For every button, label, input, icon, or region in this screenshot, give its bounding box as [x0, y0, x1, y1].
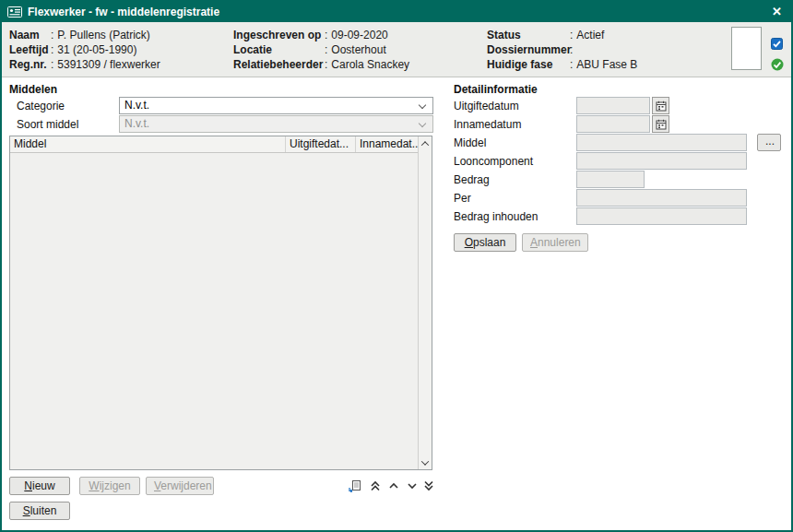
middel-label: Middel — [454, 136, 486, 149]
categorie-select[interactable]: N.v.t. — [119, 97, 433, 114]
annuleren-button[interactable]: Annuleren — [522, 233, 588, 252]
naam-label: Naam — [9, 28, 51, 42]
person-info-col2: Ingeschreven op:09-09-2020 Locatie:Ooste… — [233, 28, 409, 72]
looncomponent-input[interactable] — [576, 152, 747, 170]
soort-middel-select[interactable]: N.v.t. — [119, 115, 433, 133]
locatie-value: Oosterhout — [331, 43, 385, 56]
middelen-section-title: Middelen — [9, 83, 57, 96]
per-input[interactable] — [576, 189, 747, 207]
relatiebeheerder-value: Carola Snackey — [331, 58, 409, 71]
vertical-scrollbar[interactable] — [418, 136, 432, 469]
bedrag-label: Bedrag — [454, 173, 490, 186]
soort-middel-label: Soort middel — [17, 118, 78, 131]
ingeschreven-value: 09-09-2020 — [331, 29, 387, 41]
bedrag-inhouden-label: Bedrag inhouden — [454, 210, 538, 223]
move-down-icon[interactable] — [405, 479, 420, 493]
dossiernummer-label: Dossiernummer — [487, 42, 570, 57]
ingeschreven-label: Ingeschreven op — [233, 28, 325, 42]
uitgiftedatum-label: Uitgiftedatum — [454, 100, 519, 112]
col-innamedatum[interactable]: Innamedat... — [356, 136, 418, 152]
middel-input[interactable] — [576, 134, 747, 151]
copy-icon[interactable] — [348, 479, 362, 493]
innamedatum-input[interactable] — [576, 115, 650, 133]
sluiten-button[interactable]: Sluiten — [9, 502, 70, 520]
opslaan-button[interactable]: Opslaan — [454, 233, 516, 252]
flexwerker-card-icon — [7, 6, 22, 18]
chevron-down-icon — [419, 120, 426, 127]
middelen-table-body — [10, 154, 418, 469]
regnr-value: 5391309 / flexwerker — [57, 58, 160, 71]
wijzigen-button[interactable]: Wijzigen — [79, 477, 140, 495]
per-label: Per — [454, 192, 471, 205]
status-value: Actief — [576, 29, 604, 41]
locatie-label: Locatie — [233, 42, 325, 57]
chevron-down-icon — [419, 101, 426, 109]
categorie-selected-value: N.v.t. — [124, 99, 149, 112]
uitgiftedatum-input[interactable] — [576, 97, 650, 114]
relatiebeheerder-label: Relatiebeheerder — [233, 57, 325, 72]
innamedatum-calendar-icon[interactable] — [652, 115, 669, 133]
middel-browse-button[interactable]: ... — [757, 134, 781, 151]
status-ok-check-icon — [771, 58, 784, 71]
window-title: Flexwerker - fw - middelenregistratie — [28, 6, 768, 18]
huidige-fase-value: ABU Fase B — [576, 58, 637, 71]
move-up-icon[interactable] — [386, 479, 401, 493]
innamedatum-label: Innamedatum — [454, 118, 521, 131]
soort-middel-selected-value: N.v.t. — [124, 117, 149, 130]
uitgiftedatum-calendar-icon[interactable] — [652, 97, 669, 114]
photo-placeholder — [731, 27, 762, 70]
bedrag-inhouden-input[interactable] — [576, 207, 747, 225]
scroll-down-icon[interactable] — [419, 455, 432, 469]
status-label: Status — [487, 28, 570, 42]
bedrag-input[interactable] — [576, 171, 645, 188]
huidige-fase-label: Huidige fase — [487, 57, 570, 72]
col-middel[interactable]: Middel — [10, 136, 286, 152]
col-uitgiftedatum[interactable]: Uitgiftedat... — [286, 136, 356, 152]
middelen-table[interactable]: Middel Uitgiftedat... Innamedat... — [9, 136, 432, 470]
move-bottom-icon[interactable] — [421, 479, 436, 493]
middelen-table-header: Middel Uitgiftedat... Innamedat... — [10, 136, 418, 153]
titlebar[interactable]: Flexwerker - fw - middelenregistratie ✕ — [2, 2, 791, 22]
scroll-up-icon[interactable] — [419, 136, 432, 150]
naam-value: P. Pullens (Patrick) — [57, 29, 149, 41]
move-top-icon[interactable] — [368, 479, 383, 493]
detail-section-title: Detailinformatie — [454, 83, 538, 96]
looncomponent-label: Looncomponent — [454, 155, 533, 168]
person-info-col3: Status:Actief Dossiernummer: Huidige fas… — [487, 28, 637, 72]
categorie-label: Categorie — [17, 100, 65, 112]
person-info-panel: Naam:P. Pullens (Patrick) Leeftijd:31 (2… — [2, 22, 791, 77]
close-icon[interactable]: ✕ — [768, 3, 786, 21]
nieuw-button[interactable]: Nieuw — [9, 477, 70, 495]
verwijderen-button[interactable]: Verwijderen — [146, 477, 214, 495]
leeftijd-label: Leeftijd — [9, 42, 51, 57]
regnr-label: Reg.nr. — [9, 57, 51, 72]
checked-checkbox-icon[interactable] — [771, 38, 783, 50]
leeftijd-value: 31 (20-05-1990) — [57, 43, 136, 56]
flexwerker-dialog: Flexwerker - fw - middelenregistratie ✕ … — [0, 0, 793, 532]
person-info-col1: Naam:P. Pullens (Patrick) Leeftijd:31 (2… — [9, 28, 160, 72]
